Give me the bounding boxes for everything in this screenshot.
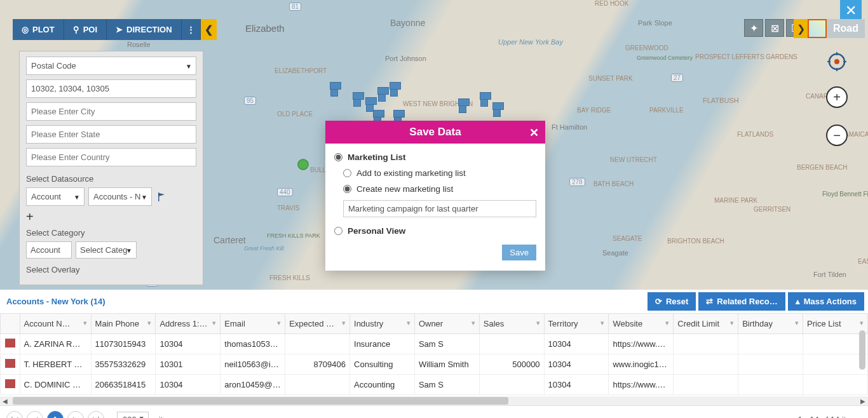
list-name-input[interactable] <box>343 200 536 217</box>
cell-addr: 10304 <box>156 375 220 395</box>
flag-icon[interactable] <box>156 191 167 203</box>
deselect-tool[interactable]: ⊠ <box>765 19 784 37</box>
datasource-entity-select[interactable]: Account▼ <box>26 187 85 206</box>
save-button[interactable]: Save <box>502 245 536 260</box>
filter-icon[interactable]: ▾ <box>730 319 734 327</box>
category-entity-select[interactable]: Account <box>26 241 72 259</box>
filter-icon[interactable]: ▾ <box>277 319 281 327</box>
modal-close-button[interactable]: ✕ <box>529 126 539 140</box>
mass-actions-button[interactable]: ▴Mass Actions <box>788 292 864 311</box>
category-attr-select[interactable]: Select Categ▼ <box>76 241 137 259</box>
prev-page-button[interactable]: ◀ <box>27 411 43 418</box>
search-by-select[interactable]: Postal Code▼ <box>26 57 196 75</box>
column-header[interactable]: Credit Limit▾ <box>674 314 738 334</box>
map-pin[interactable] <box>459 103 466 113</box>
scroll-thumb[interactable] <box>13 397 508 405</box>
filter-icon[interactable]: ▾ <box>471 319 475 327</box>
create-new-radio[interactable] <box>343 185 351 193</box>
zoom-in-button[interactable]: + <box>826 86 848 108</box>
svg-point-2 <box>834 59 839 64</box>
filter-icon[interactable]: ▾ <box>212 319 216 327</box>
column-header[interactable]: Birthday▾ <box>738 314 803 334</box>
filter-icon[interactable]: ▾ <box>342 319 346 327</box>
map-pin[interactable] <box>390 86 398 97</box>
filter-icon[interactable]: ▾ <box>600 319 604 327</box>
table-row[interactable]: A. ZARINA R…1107301594310304thomas1053…I… <box>1 334 868 354</box>
plot-label: PLOT <box>32 25 55 34</box>
close-icon: ✕ <box>845 3 857 19</box>
chevron-down-icon: ▼ <box>141 193 147 200</box>
table-row[interactable]: C. DOMINIC …2066351841510304aron10459@…A… <box>1 375 868 395</box>
filter-icon[interactable]: ▾ <box>407 319 410 327</box>
add-datasource-button[interactable]: + <box>26 210 196 224</box>
cell-website: https://www.… <box>609 375 674 395</box>
filter-icon[interactable]: ▾ <box>147 319 151 327</box>
map-pin-green[interactable] <box>297 159 309 170</box>
select-tool[interactable]: ✦ <box>744 19 763 37</box>
poi-button[interactable]: ⚲POI <box>64 19 107 40</box>
page-size-select[interactable]: 200 ▼ <box>117 412 149 419</box>
city-input[interactable] <box>26 102 196 121</box>
map-pin[interactable] <box>353 97 361 107</box>
close-app-button[interactable]: ✕ <box>840 0 862 22</box>
map-pin[interactable] <box>330 86 338 97</box>
column-header[interactable]: Website▾ <box>609 314 674 334</box>
filter-icon[interactable]: ▾ <box>860 319 864 327</box>
directions-icon: ➤ <box>116 25 123 34</box>
vertical-scrollbar[interactable] <box>859 330 865 370</box>
map-label: Floyd Bennett Field <box>822 191 868 198</box>
postal-code-input[interactable] <box>26 79 196 98</box>
column-header[interactable]: Expected …▾ <box>285 314 350 334</box>
filter-icon[interactable]: ▾ <box>795 319 799 327</box>
map-style-prev[interactable]: ❯ <box>794 19 808 38</box>
direction-button[interactable]: ➤DIRECTION <box>107 19 182 40</box>
scroll-left-icon[interactable]: ◀ <box>1 397 9 405</box>
column-header[interactable]: Address 1:…▾ <box>156 314 220 334</box>
last-page-button[interactable]: ▶| <box>88 411 104 418</box>
map-pin[interactable] <box>378 91 386 102</box>
map-style-thumb[interactable] <box>808 19 827 38</box>
collapse-panel-button[interactable]: ❮ <box>201 19 217 40</box>
datasource-view-select[interactable]: Accounts - N▼ <box>88 187 152 206</box>
locate-me-button[interactable] <box>826 51 848 75</box>
map-style-label[interactable]: Road <box>827 19 865 38</box>
vertical-dots-icon: ⋮ <box>187 25 195 34</box>
column-header[interactable]: Sales▾ <box>479 314 544 334</box>
horizontal-scrollbar[interactable]: ◀ ▶ <box>0 396 868 405</box>
plot-button[interactable]: ◎PLOT <box>13 19 64 40</box>
zoom-out-button[interactable]: − <box>826 125 848 146</box>
filter-icon[interactable]: ▾ <box>536 319 540 327</box>
column-header[interactable]: Owner▾ <box>414 314 479 334</box>
next-page-button[interactable]: ▶ <box>67 411 84 418</box>
cell-credit <box>674 375 738 395</box>
current-page[interactable]: 1 <box>47 411 64 418</box>
select-value: Accounts - N <box>93 192 140 201</box>
reset-button[interactable]: ⟳Reset <box>648 292 696 311</box>
column-header[interactable]: Industry▾ <box>350 314 415 334</box>
map-pin[interactable] <box>480 97 488 107</box>
add-existing-radio[interactable] <box>343 169 351 177</box>
marketing-list-radio[interactable] <box>334 153 342 161</box>
column-header[interactable]: Account N…▾ <box>20 314 91 334</box>
first-page-button[interactable]: |◀ <box>6 411 23 418</box>
column-header[interactable]: Email▾ <box>220 314 285 334</box>
scroll-right-icon[interactable]: ▶ <box>859 397 867 405</box>
filter-icon[interactable]: ▾ <box>83 319 87 327</box>
country-input[interactable] <box>26 148 196 166</box>
row-icon[interactable] <box>1 354 20 375</box>
personal-view-radio[interactable] <box>334 227 342 235</box>
column-header[interactable]: Main Phone▾ <box>91 314 156 334</box>
row-icon[interactable] <box>1 334 20 354</box>
menu-more-button[interactable]: ⋮ <box>182 19 201 40</box>
state-input[interactable] <box>26 125 196 144</box>
map-label: FLATLANDS <box>737 131 773 138</box>
column-header[interactable]: Territory▾ <box>544 314 609 334</box>
map-label: BRIGHTON BEACH <box>667 238 724 245</box>
table-row[interactable]: T. HERBERT …3557533262910301neil10563@i…… <box>1 354 868 375</box>
row-icon[interactable] <box>1 375 20 395</box>
filter-icon[interactable]: ▾ <box>665 319 669 327</box>
map-pin[interactable] <box>493 107 501 117</box>
column-header[interactable]: Price List▾ <box>803 314 868 334</box>
highway-marker: 440 <box>277 188 293 196</box>
related-records-button[interactable]: ⇄Related Reco… <box>698 292 785 311</box>
